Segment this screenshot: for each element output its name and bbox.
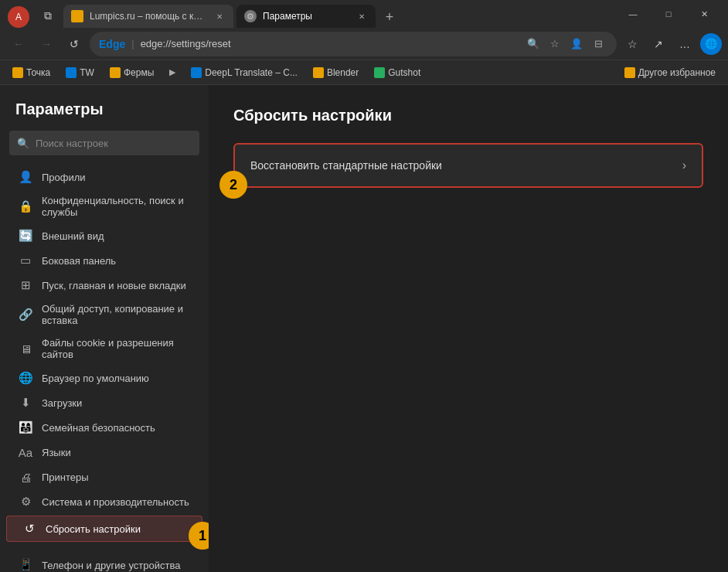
- sidebar-item-printers[interactable]: 🖨 Принтеры: [3, 465, 206, 489]
- back-button[interactable]: ←: [6, 32, 31, 56]
- sidebar-item-languages-label: Языки: [42, 447, 71, 458]
- minimize-button[interactable]: —: [615, 0, 651, 28]
- sidebar-item-languages[interactable]: Aa Языки: [3, 440, 206, 465]
- bookmark-blender-icon: [313, 67, 324, 78]
- bookmark-blender-label: Blender: [327, 67, 359, 78]
- bookmark-tochka-icon: [12, 67, 23, 78]
- bookmark-fermy-icon: [110, 67, 121, 78]
- bookmark-other-icon: [624, 67, 635, 78]
- back-icon: ←: [13, 38, 24, 50]
- bookmark-gutshot-icon: [374, 67, 385, 78]
- sidebar-item-downloads[interactable]: ⬇ Загрузки: [3, 390, 206, 415]
- bookmark-other[interactable]: Другое избранное: [618, 64, 722, 81]
- profile-avatar[interactable]: А: [8, 6, 29, 28]
- default-browser-icon: 🌐: [19, 371, 32, 385]
- address-separator: |: [131, 38, 134, 49]
- close-button[interactable]: ✕: [686, 0, 722, 28]
- privacy-icon: 🔒: [19, 199, 32, 213]
- sidebar-item-sidebar[interactable]: ▭ Боковая панель: [3, 248, 206, 273]
- bookmark-fermy[interactable]: Фермы: [104, 64, 160, 81]
- languages-icon: Aa: [19, 445, 32, 459]
- forward-button[interactable]: →: [34, 32, 59, 56]
- title-bar-tabs-icon[interactable]: ⧉: [36, 3, 60, 28]
- sidebar-item-cookies-label: Файлы cookie и разрешения сайтов: [42, 337, 190, 360]
- reset-option-wrapper: Восстановить стандартные настройки › 2: [233, 143, 703, 188]
- nav-bar: ← → ↺ Edge | edge://settings/reset 🔍 ☆ 👤…: [0, 28, 728, 60]
- bookmark-deepl[interactable]: DeepL Translate – С...: [185, 64, 304, 81]
- tab-lumpics-favicon: [71, 10, 83, 22]
- tab-lumpics[interactable]: Lumpics.ru – помощь с компьюте... ✕: [63, 5, 233, 28]
- bookmark-tw[interactable]: TW: [60, 64, 100, 81]
- cookies-icon: 🖥: [19, 342, 32, 356]
- sidebar-item-reset-wrapper: ↺ Сбросить настройки 1: [3, 516, 206, 542]
- bookmark-tochka-label: Точка: [26, 67, 50, 78]
- phone-icon: 📱: [19, 558, 32, 572]
- restore-defaults-chevron: ›: [682, 158, 686, 172]
- search-box[interactable]: 🔍 Поиск настроек: [9, 131, 199, 155]
- send-button[interactable]: ↗: [646, 32, 671, 56]
- main-title: Сбросить настройки: [233, 107, 703, 124]
- bookmark-blender[interactable]: Blender: [307, 64, 365, 81]
- printers-icon: 🖨: [19, 470, 32, 484]
- bookmarks-bar: Точка TW Фермы ▶ DeepL Translate – С... …: [0, 60, 728, 85]
- sidebar-item-family[interactable]: 👨‍👩‍👧 Семейная безопасность: [3, 415, 206, 440]
- sidebar-item-sharing-label: Общий доступ, копирование и вставка: [42, 303, 190, 326]
- bookmark-arrow[interactable]: ▶: [163, 64, 182, 80]
- bookmark-tochka[interactable]: Точка: [6, 64, 56, 81]
- bookmark-deepl-label: DeepL Translate – С...: [205, 67, 298, 78]
- tab-lumpics-title: Lumpics.ru – помощь с компьюте...: [90, 11, 207, 22]
- search-placeholder: Поиск настроек: [36, 138, 108, 149]
- sidebar-item-phone[interactable]: 📱 Телефон и другие устройства: [3, 553, 206, 572]
- refresh-icon: ↺: [70, 38, 79, 50]
- downloads-icon: ⬇: [19, 396, 32, 410]
- sidebar-item-start[interactable]: ⊞ Пуск, главная и новые вкладки: [3, 273, 206, 298]
- appearance-icon: 🔄: [19, 229, 32, 243]
- restore-defaults-button[interactable]: Восстановить стандартные настройки ›: [233, 143, 703, 188]
- sidebar-item-printers-label: Принтеры: [42, 472, 89, 483]
- edge-profile-button[interactable]: 🌐: [700, 33, 722, 55]
- tab-settings-title: Параметры: [263, 11, 349, 22]
- sidebar-item-sidebar-label: Боковая панель: [42, 255, 116, 267]
- address-star-icon[interactable]: ☆: [546, 35, 564, 53]
- bookmark-deepl-icon: [191, 67, 202, 78]
- edge-logo: Edge: [99, 38, 125, 50]
- bookmark-gutshot[interactable]: Gutshot: [368, 64, 427, 81]
- tab-settings[interactable]: ⚙ Параметры ✕: [236, 5, 376, 28]
- sidebar-item-system[interactable]: ⚙ Система и производительность: [3, 489, 206, 514]
- address-search-icon[interactable]: 🔍: [524, 35, 543, 53]
- more-button[interactable]: …: [672, 32, 697, 56]
- tab-settings-favicon: ⚙: [244, 10, 257, 22]
- new-tab-button[interactable]: +: [379, 6, 400, 28]
- address-actions: 🔍 ☆ 👤 ⊟: [524, 35, 607, 53]
- sidebar-item-privacy-label: Конфиденциальность, поиск и службы: [42, 195, 190, 218]
- bookmark-tw-icon: [66, 67, 77, 78]
- sidebar-item-profiles[interactable]: 👤 Профили: [3, 165, 206, 189]
- sidebar-item-privacy[interactable]: 🔒 Конфиденциальность, поиск и службы: [3, 189, 206, 223]
- tab-lumpics-close[interactable]: ✕: [213, 10, 226, 22]
- start-icon: ⊞: [19, 278, 32, 292]
- sidebar-item-phone-label: Телефон и другие устройства: [42, 560, 180, 571]
- bookmark-gutshot-label: Gutshot: [388, 67, 420, 78]
- address-profile-icon[interactable]: 👤: [567, 35, 586, 53]
- collections-button[interactable]: ☆: [620, 32, 645, 56]
- address-bar[interactable]: Edge | edge://settings/reset 🔍 ☆ 👤 ⊟: [90, 32, 617, 56]
- sharing-icon: 🔗: [19, 308, 32, 322]
- sidebar-item-profiles-label: Профили: [42, 172, 86, 183]
- sidebar-item-default-browser[interactable]: 🌐 Браузер по умолчанию: [3, 366, 206, 390]
- sidebar-item-reset[interactable]: ↺ Сбросить настройки: [6, 516, 202, 542]
- step-2-circle: 2: [219, 171, 247, 199]
- settings-sidebar: Параметры 🔍 Поиск настроек 👤 Профили 🔒 К…: [0, 85, 209, 572]
- tab-settings-close[interactable]: ✕: [355, 10, 368, 22]
- maximize-button[interactable]: □: [651, 0, 686, 28]
- bookmark-fermy-label: Фермы: [124, 67, 154, 78]
- family-icon: 👨‍👩‍👧: [19, 420, 32, 434]
- refresh-button[interactable]: ↺: [62, 32, 87, 56]
- address-split-icon[interactable]: ⊟: [589, 35, 607, 53]
- sidebar-item-cookies[interactable]: 🖥 Файлы cookie и разрешения сайтов: [3, 332, 206, 366]
- step-1-circle: 1: [189, 522, 209, 550]
- window-controls: — □ ✕: [615, 0, 722, 28]
- forward-icon: →: [41, 38, 52, 50]
- sidebar-item-appearance[interactable]: 🔄 Внешний вид: [3, 223, 206, 248]
- address-text: edge://settings/reset: [141, 38, 231, 49]
- sidebar-item-sharing[interactable]: 🔗 Общий доступ, копирование и вставка: [3, 298, 206, 332]
